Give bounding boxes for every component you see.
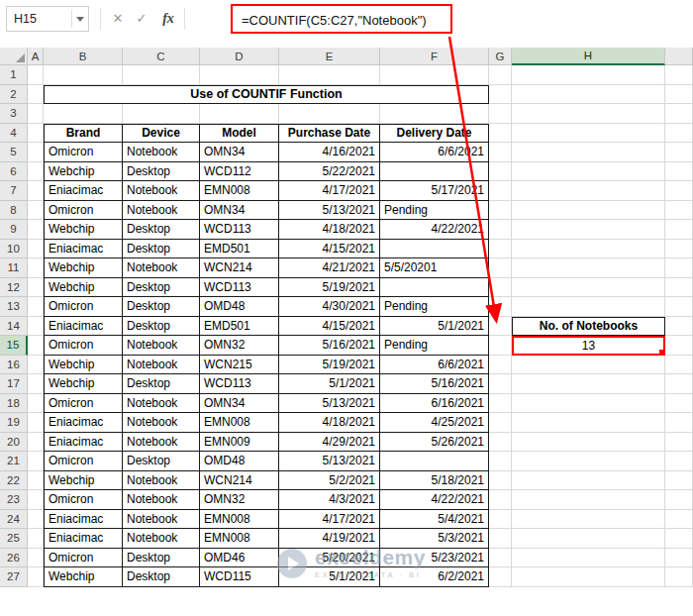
cell-g10[interactable] [489,240,512,259]
cell-e18[interactable]: 5/13/2021 [279,394,380,414]
cell-c14[interactable]: Desktop [123,317,200,337]
table-header-d4[interactable]: Model [200,124,279,144]
row-header-11[interactable]: 11 [0,258,28,278]
column-header-b[interactable]: B [44,48,123,65]
cell-f12[interactable] [380,278,489,298]
cell-g6[interactable] [489,162,512,182]
cell-d19[interactable]: EMN008 [200,413,279,433]
cell-g21[interactable] [489,452,512,471]
cell-b8[interactable]: Omicron [44,201,123,221]
cell-a24[interactable] [28,510,44,530]
cell-c8[interactable]: Notebook [123,201,200,221]
cell-c24[interactable]: Notebook [123,510,200,530]
cell-e7[interactable]: 4/17/2021 [279,181,380,201]
cell-d16[interactable]: WCN215 [200,356,279,375]
cell-b12[interactable]: Webchip [44,278,123,298]
cell-f13[interactable]: Pending [380,297,489,317]
cell-f9[interactable]: 4/22/2021 [380,220,489,240]
cell-e12[interactable]: 5/19/2021 [279,278,380,298]
cell-e8[interactable]: 5/13/2021 [279,201,380,221]
cell-c12[interactable]: Desktop [123,278,200,298]
cell-g11[interactable] [489,258,512,278]
cell-c18[interactable]: Notebook [123,394,200,414]
row-header-23[interactable]: 23 [0,490,28,510]
cell-f6[interactable] [380,162,489,182]
cell-h16[interactable] [512,356,665,375]
row-header-25[interactable]: 25 [0,529,28,549]
cell-f24[interactable]: 5/4/2021 [380,510,489,530]
cell-a26[interactable] [28,549,44,568]
cell-d27[interactable]: WCD115 [200,567,279,587]
cell-b21[interactable]: Omicron [44,452,123,471]
cell-d20[interactable]: EMN009 [200,433,279,453]
row-header-9[interactable]: 9 [0,220,28,240]
cell-h21[interactable] [512,452,665,471]
row-header-27[interactable]: 27 [0,567,28,587]
row-header-24[interactable]: 24 [0,510,28,530]
cell-f26[interactable]: 5/23/2021 [380,549,489,568]
cell-c17[interactable]: Desktop [123,374,200,394]
cell-h27[interactable] [512,567,665,587]
cell-d7[interactable]: EMN008 [200,181,279,201]
row-header-26[interactable]: 26 [0,549,28,568]
cell-g3[interactable] [489,104,512,124]
row-header-3[interactable]: 3 [0,104,28,124]
cell-f21[interactable] [380,452,489,471]
cell-d26[interactable]: OMD46 [200,549,279,568]
cell-a15[interactable] [28,336,44,356]
cell-f27[interactable]: 6/2/2021 [380,567,489,587]
cell-e25[interactable]: 4/19/2021 [279,529,380,549]
cell-f3[interactable] [380,104,489,124]
cell-f23[interactable]: 4/22/2021 [380,490,489,510]
cell-g13[interactable] [489,297,512,317]
cell-b10[interactable]: Eniacimac [44,240,123,259]
cell-a13[interactable] [28,297,44,317]
insert-function-icon[interactable]: fx [156,6,180,32]
column-header-d[interactable]: D [200,48,279,65]
cell-b15[interactable]: Omicron [44,336,123,356]
cell-b17[interactable]: Webchip [44,374,123,394]
cell-d11[interactable]: WCN214 [200,258,279,278]
cell-c3[interactable] [123,104,200,124]
cell-a10[interactable] [28,240,44,259]
cell-a16[interactable] [28,356,44,375]
row-header-16[interactable]: 16 [0,356,28,375]
worksheet-title[interactable]: Use of COUNTIF Function [44,85,489,105]
row-header-5[interactable]: 5 [0,143,28,162]
cell-c27[interactable]: Desktop [123,567,200,587]
cell-f16[interactable]: 6/6/2021 [380,356,489,375]
enter-icon[interactable]: ✓ [131,6,152,32]
row-header-2[interactable]: 2 [0,85,28,105]
cell-g18[interactable] [489,394,512,414]
cell-g12[interactable] [489,278,512,298]
column-header-h[interactable]: H [512,48,665,65]
cell-h7[interactable] [512,181,665,201]
cell-h17[interactable] [512,374,665,394]
cell-b5[interactable]: Omicron [44,143,123,162]
cell-h22[interactable] [512,471,665,491]
cell-f11[interactable]: 5/5/20201 [380,258,489,278]
cell-a4[interactable] [28,124,44,144]
cell-h4[interactable] [512,124,665,144]
cell-d17[interactable]: WCD113 [200,374,279,394]
cell-a22[interactable] [28,471,44,491]
cell-b9[interactable]: Webchip [44,220,123,240]
cell-a19[interactable] [28,413,44,433]
cell-e17[interactable]: 5/1/2021 [279,374,380,394]
cell-b25[interactable]: Eniacimac [44,529,123,549]
cell-c9[interactable]: Desktop [123,220,200,240]
name-box-dropdown-icon[interactable] [72,12,88,26]
column-header-e[interactable]: E [279,48,380,65]
cell-f15[interactable]: Pending [380,336,489,356]
cell-f14[interactable]: 5/1/2021 [380,317,489,337]
cell-h3[interactable] [512,104,665,124]
cell-a8[interactable] [28,201,44,221]
cell-h11[interactable] [512,258,665,278]
select-all-corner[interactable] [0,48,28,65]
formula-input[interactable]: =COUNTIF(C5:C27,"Notebook") [188,6,693,34]
cell-h25[interactable] [512,529,665,549]
cell-g25[interactable] [489,529,512,549]
cell-g23[interactable] [489,490,512,510]
cell-h6[interactable] [512,162,665,182]
cell-d24[interactable]: EMN008 [200,510,279,530]
